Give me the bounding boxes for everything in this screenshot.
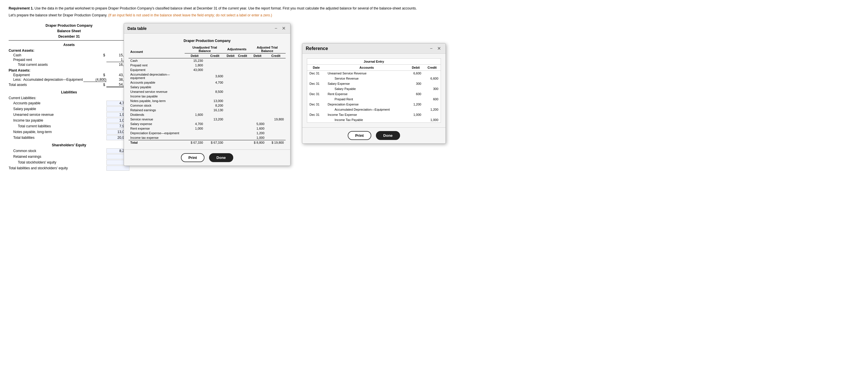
ref-row-debit: 1,200 (408, 102, 424, 107)
dt-row-adj-debit (225, 117, 237, 122)
ref-row-account: Income Tax Payable (325, 117, 408, 123)
dt-row-adj-credit (236, 72, 249, 80)
requirement-text: Requirement 1. Use the data in the parti… (9, 6, 859, 11)
dt-row-account: Unearned service revenue (129, 89, 185, 94)
reference-print-button[interactable]: Print (348, 131, 371, 140)
ref-row-credit: 300 (424, 86, 441, 91)
dt-row-atb-credit (266, 72, 286, 80)
data-table-minimize-button[interactable]: − (274, 26, 278, 31)
dt-row-atb-credit (266, 85, 286, 89)
dt-row-adj-credit (236, 135, 249, 140)
total-liabilities-equity-row: Total liabilities and stockholders' equi… (9, 166, 129, 171)
data-table-print-button[interactable]: Print (181, 153, 205, 162)
ref-row-account: Service Revenue (325, 76, 408, 81)
dt-row-account: Total (129, 140, 185, 145)
ref-row-date (307, 97, 326, 102)
bs-date: December 31 (9, 34, 129, 39)
ref-row-debit: 600 (408, 91, 424, 97)
data-table-modal[interactable]: Data table − ✕ Draper Production Company… (124, 23, 290, 166)
ref-row-date: Dec 31 (307, 71, 326, 76)
equipment-row: Equipment $ 43,000 (9, 73, 129, 77)
retained-earnings-label: Retained earnings (9, 155, 106, 159)
ref-row-credit (424, 112, 441, 117)
accounts-payable-row: Accounts payable (9, 101, 129, 106)
dt-atb-header: Adjusted Trial Balance (249, 45, 286, 54)
dt-row-adj-debit (225, 63, 237, 68)
ref-accounts-header: Accounts (325, 65, 408, 71)
dt-row-adj-credit (236, 58, 249, 63)
dt-row-adj-credit (236, 99, 249, 103)
dt-row-atb-debit (249, 99, 266, 103)
dt-row-unadj-debit (185, 72, 205, 80)
dt-unadj-credit-header: Credit (205, 54, 225, 58)
dt-row-adj-credit (236, 140, 249, 145)
current-liabilities-label: Current Liabilities: (9, 96, 129, 100)
dt-row-atb-credit (266, 122, 286, 126)
unearned-service-revenue-row: Unearned service revenue (9, 112, 129, 117)
ref-row-debit: 6,600 (408, 71, 424, 76)
total-current-liabilities-label: Total current liabilities (9, 124, 106, 128)
dt-row-adj-credit (236, 63, 249, 68)
salary-payable-label: Salary payable (9, 107, 106, 111)
data-table-done-button[interactable]: Done (209, 153, 234, 162)
dt-row-adj-debit (225, 112, 237, 117)
dt-atb-credit-header: Credit (266, 54, 286, 58)
retained-earnings-row: Retained earnings (9, 154, 129, 159)
ref-row-credit: 1,000 (424, 117, 441, 123)
plant-assets-label: Plant Assets: (9, 68, 129, 72)
ref-row-account: Accumulated Depreciation—Equipment (325, 107, 408, 112)
total-liabilities-equity-input[interactable] (106, 166, 129, 171)
dt-row-atb-debit (249, 80, 266, 85)
reference-modal[interactable]: Reference − ✕ Journal Entry Date Account… (302, 43, 446, 144)
requirement-bold: Requirement 1. (9, 6, 34, 10)
total-current-assets-row: Total current assets 16,430 (9, 63, 129, 67)
dt-row-account: Depreciation Expense—equipment (129, 131, 185, 135)
reference-close-button[interactable]: ✕ (436, 46, 442, 51)
dt-row-adj-debit (225, 85, 237, 89)
dt-row-adj-debit (225, 103, 237, 108)
dt-row-unadj-credit: $ 67,330 (205, 140, 225, 145)
dt-row-atb-debit (249, 58, 266, 63)
prepaid-rent-row: Prepaid rent 1,200 (9, 58, 129, 62)
data-table-close-button[interactable]: ✕ (281, 26, 287, 31)
dt-row-account: Accounts payable (129, 80, 185, 85)
reference-modal-header: Reference − ✕ (302, 43, 445, 54)
dt-adj-credit-header: Credit (236, 54, 249, 58)
data-table-modal-body: Draper Production Company Account Unadju… (124, 34, 290, 150)
dt-row-atb-credit: $ 19,800 (266, 140, 286, 145)
dt-row-adj-credit (236, 94, 249, 99)
dt-company: Draper Production Company (129, 38, 286, 45)
dt-row-atb-debit: 1,000 (249, 135, 266, 140)
dt-row-adj-debit (225, 126, 237, 131)
dt-row-atb-credit: 19,800 (266, 117, 286, 122)
dt-row-atb-debit (249, 89, 266, 94)
bs-company: Draper Production Company (9, 23, 129, 28)
reference-minimize-button[interactable]: − (429, 46, 434, 51)
dt-row-unadj-credit: 4,700 (205, 80, 225, 85)
dt-row-unadj-debit: 1,800 (185, 63, 205, 68)
dt-row-unadj-credit: 8,500 (205, 89, 225, 94)
total-stockholders-equity-row: Total stockholders' equity (9, 160, 129, 165)
reference-table: Journal Entry Date Accounts Debit Credit… (307, 58, 441, 123)
dt-row-adj-credit (236, 122, 249, 126)
dt-row-adj-credit (236, 89, 249, 94)
ref-row-debit (408, 107, 424, 112)
total-current-liabilities-row: Total current liabilities (9, 124, 129, 129)
dt-row-atb-credit (266, 131, 286, 135)
modal-backdrop: Data table − ✕ Draper Production Company… (0, 0, 868, 388)
reference-done-button[interactable]: Done (376, 131, 400, 140)
dt-unadj-header: Unadjusted Trial Balance (185, 45, 225, 54)
dt-row-atb-credit (266, 112, 286, 117)
dt-row-adj-credit (236, 131, 249, 135)
dt-row-account: Accumulated depreciation—equipment (129, 72, 185, 80)
dt-row-account: Income tax payable (129, 94, 185, 99)
dt-unadj-debit-header: Debit (185, 54, 205, 58)
ref-row-date (307, 76, 326, 81)
dt-row-unadj-debit (185, 131, 205, 135)
dt-row-unadj-credit (205, 58, 225, 63)
dt-row-unadj-debit (185, 99, 205, 103)
ref-row-date: Dec 31 (307, 112, 326, 117)
common-stock-row: Common stock (9, 148, 129, 154)
total-stockholders-equity-label: Total stockholders' equity (9, 160, 106, 164)
total-liabilities-row: Total liabilities (9, 135, 129, 140)
